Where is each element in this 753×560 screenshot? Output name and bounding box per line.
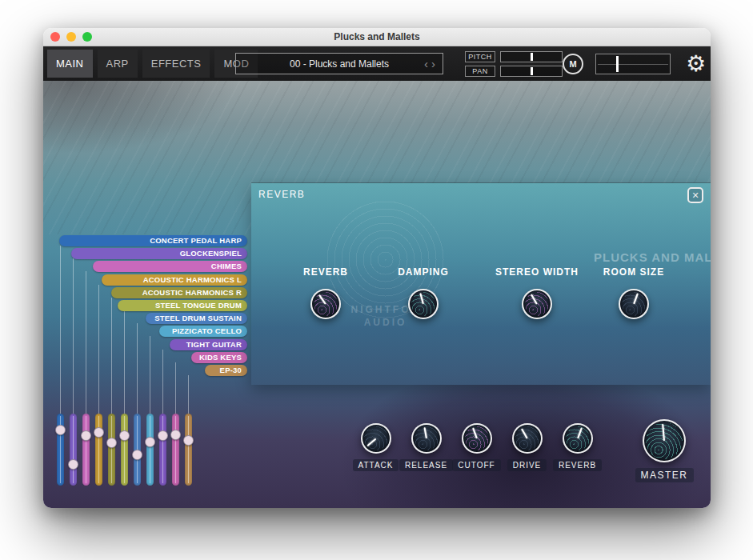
fader-handle[interactable] — [81, 430, 91, 441]
damping-label: DAMPING — [398, 266, 449, 278]
fader-acoustic-harmonics-r[interactable] — [108, 414, 115, 486]
fader-ep-30[interactable] — [185, 414, 192, 486]
pan-label: PAN — [465, 66, 495, 77]
connector-line — [73, 258, 74, 414]
stereo-width-knob-group: STEREO WIDTH — [485, 266, 589, 319]
stereo-width-knob[interactable] — [522, 289, 552, 319]
output-slider-handle[interactable] — [616, 56, 619, 72]
fader-steel-tongue-drum[interactable] — [121, 414, 128, 486]
layer-acoustic-harmonics-r[interactable]: ACOUSTIC HARMONICS R — [111, 287, 247, 298]
fader-handle[interactable] — [158, 430, 168, 441]
fader-groove — [124, 416, 125, 483]
fader-groove — [162, 416, 163, 483]
pitch-pan-group: PITCH PAN — [465, 51, 563, 80]
fader-handle[interactable] — [132, 450, 142, 460]
preset-prev-button[interactable]: ‹ — [424, 57, 428, 70]
cutoff-knob[interactable] — [462, 423, 492, 454]
page-background: Plucks and Mallets MAINARPEFFECTSMOD 00 … — [0, 0, 753, 560]
layer-chimes[interactable]: CHIMES — [93, 261, 247, 272]
layer-tight-guitar[interactable]: TIGHT GUITAR — [170, 339, 247, 350]
panel-title: REVERB — [258, 189, 305, 200]
settings-gear-icon[interactable]: ⚙ — [686, 48, 706, 79]
bottom-knob-row: ATTACKRELEASECUTOFFDRIVEREVERB — [350, 423, 603, 471]
fader-concert-pedal-harp[interactable] — [57, 414, 64, 486]
layer-concert-pedal-harp[interactable]: CONCERT PEDAL HARP — [59, 235, 247, 246]
fader-kids-keys[interactable] — [172, 414, 179, 486]
mute-button[interactable]: M — [563, 54, 583, 74]
zoom-window-button[interactable] — [82, 32, 92, 42]
output-slider[interactable] — [595, 54, 671, 74]
preset-selector[interactable]: 00 - Plucks and Mallets ‹ › — [235, 53, 443, 74]
fader-handle[interactable] — [183, 435, 194, 446]
connector-line — [150, 336, 150, 414]
fader-handle[interactable] — [119, 430, 130, 441]
reverb-knob[interactable] — [310, 289, 341, 319]
traffic-lights — [50, 32, 92, 42]
tab-bar: MAINARPEFFECTSMOD — [47, 50, 258, 78]
cutoff-knob-group: CUTOFF — [451, 423, 502, 471]
attack-knob[interactable] — [361, 423, 391, 454]
layer-ep-30[interactable]: EP-30 — [205, 365, 247, 376]
layer-steel-drum-sustain[interactable]: STEEL DRUM SUSTAIN — [146, 313, 247, 324]
drive-knob-group: DRIVE — [502, 423, 552, 471]
reverb-label: REVERB — [303, 266, 348, 278]
product-watermark: PLUCKS AND MALLETS — [594, 250, 711, 264]
pan-slider-handle[interactable] — [531, 67, 533, 75]
fader-handle[interactable] — [55, 425, 66, 435]
tab-arp[interactable]: ARP — [98, 50, 138, 78]
cutoff-knob-label: CUTOFF — [452, 459, 500, 471]
room-size-knob[interactable] — [619, 289, 649, 319]
reverb-panel: NIGHTFOX AUDIO PLUCKS AND MALLETS REVERB… — [251, 183, 711, 385]
fader-chimes[interactable] — [82, 414, 90, 486]
fader-handle[interactable] — [145, 437, 155, 447]
fader-groove — [150, 416, 150, 483]
drive-knob[interactable] — [512, 423, 543, 454]
layer-pizzicato-cello[interactable]: PIZZICATO CELLO — [159, 326, 247, 337]
room-size-knob-group: ROOM SIZE — [582, 266, 686, 319]
fader-glockenspiel[interactable] — [70, 414, 77, 486]
pitch-slider[interactable] — [500, 51, 563, 62]
preset-next-button[interactable]: › — [431, 57, 435, 70]
fader-pizzicato-cello[interactable] — [146, 414, 154, 486]
output-slider-centerline — [598, 64, 668, 65]
connector-line — [111, 298, 112, 414]
tab-effects[interactable]: EFFECTS — [142, 50, 210, 78]
connector-line — [175, 362, 176, 414]
fader-steel-drum-sustain[interactable] — [134, 414, 141, 486]
layer-kids-keys[interactable]: KIDS KEYS — [191, 352, 247, 363]
pan-slider[interactable] — [500, 66, 563, 77]
master-knob-label: MASTER — [635, 468, 694, 482]
layer-glockenspiel[interactable]: GLOCKENSPIEL — [71, 248, 247, 259]
knob-texture — [646, 422, 683, 459]
fader-handle[interactable] — [68, 459, 78, 470]
fader-tight-guitar[interactable] — [159, 414, 166, 486]
reverb-knob-group: REVERB — [552, 423, 603, 471]
master-knob-group: MASTER — [638, 419, 691, 482]
release-knob[interactable] — [411, 423, 442, 454]
fader-handle[interactable] — [106, 438, 117, 448]
fader-groove — [188, 416, 189, 483]
layer-steel-tongue-drum[interactable]: STEEL TONGUE DRUM — [118, 300, 247, 311]
fader-acoustic-harmonics-l[interactable] — [95, 414, 102, 486]
reverb-knob[interactable] — [563, 423, 593, 454]
pitch-label: PITCH — [465, 51, 495, 62]
close-icon: ✕ — [691, 190, 699, 201]
plugin-window: Plucks and Mallets MAINARPEFFECTSMOD 00 … — [43, 28, 711, 508]
connector-line — [188, 375, 189, 414]
damping-knob[interactable] — [408, 289, 439, 319]
layer-acoustic-harmonics-l[interactable]: ACOUSTIC HARMONICS L — [102, 274, 247, 286]
tab-main[interactable]: MAIN — [47, 50, 93, 78]
minimize-window-button[interactable] — [66, 32, 76, 42]
attack-knob-label: ATTACK — [353, 459, 399, 471]
main-area: CONCERT PEDAL HARPGLOCKENSPIELCHIMESACOU… — [43, 81, 711, 508]
master-knob[interactable] — [643, 419, 686, 462]
close-panel-button[interactable]: ✕ — [687, 187, 703, 203]
release-knob-label: RELEASE — [399, 459, 453, 471]
fader-handle[interactable] — [170, 430, 181, 440]
connector-line — [98, 285, 99, 414]
release-knob-group: RELEASE — [401, 423, 451, 471]
pitch-slider-handle[interactable] — [531, 53, 533, 61]
close-window-button[interactable] — [50, 32, 60, 42]
preset-name: 00 - Plucks and Mallets — [290, 58, 389, 70]
fader-handle[interactable] — [94, 427, 104, 438]
